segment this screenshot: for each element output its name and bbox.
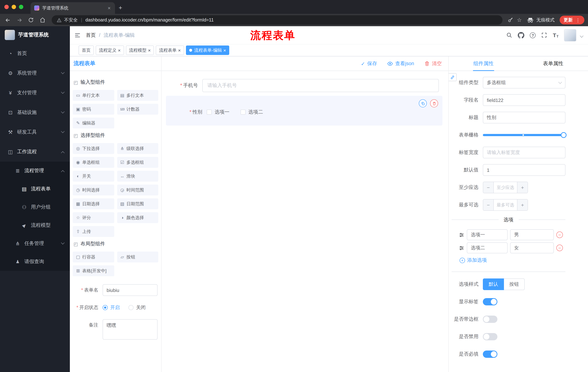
decrement-icon[interactable]: − bbox=[483, 200, 494, 210]
sidebar-logo[interactable]: 芋道管理系统 bbox=[0, 26, 70, 44]
security-label[interactable]: 不安全 bbox=[64, 17, 78, 23]
sidebar-item[interactable]: ¥ 支付管理 bbox=[0, 83, 70, 103]
save-button[interactable]: ✓ 保存 bbox=[361, 60, 377, 67]
form-remark-textarea[interactable]: 嘿嘿 bbox=[103, 319, 158, 340]
palette-component[interactable]: 123 计数器 bbox=[117, 104, 158, 115]
slider-track[interactable] bbox=[483, 134, 566, 136]
close-window-button[interactable] bbox=[4, 5, 9, 9]
sidebar-item[interactable]: ▤ 流程表单 bbox=[0, 180, 70, 198]
minimize-window-button[interactable] bbox=[12, 5, 16, 9]
label-width-input[interactable]: 请输入标签宽度 bbox=[483, 147, 566, 158]
sidebar-fold-icon[interactable] bbox=[74, 32, 81, 38]
tab-form-props[interactable]: 表单属性 bbox=[518, 56, 588, 71]
palette-component[interactable]: ⇧ 上传 bbox=[73, 226, 114, 237]
tag[interactable]: 首页 × bbox=[79, 45, 94, 55]
field-name-input[interactable]: field122 bbox=[483, 94, 566, 106]
add-option-button[interactable]: + 添加选项 bbox=[460, 257, 566, 264]
toggle-switch[interactable] bbox=[483, 298, 497, 305]
url-text[interactable]: dashboard.yudao.iocoder.cn/bpm/manager/f… bbox=[85, 18, 214, 22]
sidebar-item[interactable]: ⚇ 用户分组 bbox=[0, 198, 70, 216]
link-icon[interactable] bbox=[449, 73, 457, 81]
checkbox[interactable] bbox=[240, 110, 245, 115]
slider-handle[interactable] bbox=[561, 132, 567, 138]
title-input[interactable]: 性别 bbox=[483, 112, 566, 123]
form-name-input[interactable]: biubiu bbox=[103, 284, 158, 296]
toggle-switch[interactable] bbox=[483, 316, 497, 323]
search-icon[interactable] bbox=[506, 32, 513, 38]
checkbox[interactable] bbox=[207, 110, 212, 115]
palette-component[interactable]: ◉ 单选框组 bbox=[73, 157, 114, 168]
increment-icon[interactable]: + bbox=[517, 182, 528, 193]
gender-option[interactable]: 选项二 bbox=[240, 109, 263, 115]
palette-component[interactable]: ⊞ 表格[开发中] bbox=[73, 265, 114, 276]
browser-tab[interactable]: 芋道管理系统 × bbox=[31, 2, 115, 14]
min-select-input[interactable]: 至少应选 bbox=[494, 182, 517, 193]
palette-component[interactable]: ▱ 按钮 bbox=[117, 252, 158, 262]
sidebar-item[interactable]: ⋔ 任务管理 bbox=[0, 234, 70, 253]
breadcrumb-home[interactable]: 首页 bbox=[86, 32, 96, 38]
bookmark-star-icon[interactable]: ☆ bbox=[517, 17, 522, 23]
palette-component[interactable]: ▭ 单行文本 bbox=[73, 90, 114, 101]
github-icon[interactable] bbox=[518, 32, 525, 38]
home-icon[interactable] bbox=[39, 16, 47, 24]
user-avatar[interactable] bbox=[564, 29, 576, 41]
remove-option-icon[interactable]: − bbox=[556, 244, 563, 251]
palette-component[interactable]: ▣ 密码 bbox=[73, 104, 114, 115]
palette-component[interactable]: ◐ 开关 bbox=[73, 171, 114, 182]
status-on-radio[interactable]: 开启 bbox=[103, 304, 120, 311]
drag-handle-icon[interactable] bbox=[459, 245, 464, 251]
sidebar-item[interactable]: ▶ 流程模型 bbox=[0, 216, 70, 234]
drag-handle-icon[interactable] bbox=[459, 232, 464, 237]
copy-widget-button[interactable] bbox=[419, 99, 427, 107]
sidebar-item[interactable]: ⚒ 研发工具 bbox=[0, 122, 70, 142]
clear-button[interactable]: 清空 bbox=[424, 60, 442, 67]
max-select-input[interactable]: 最多可选 bbox=[494, 200, 517, 210]
phone-input[interactable]: 请输入手机号 bbox=[202, 79, 439, 92]
option-value-input[interactable]: 男 bbox=[510, 229, 554, 240]
tag[interactable]: 流程定义 × bbox=[96, 45, 124, 55]
address-bar[interactable]: 不安全 | dashboard.yudao.iocoder.cn/bpm/man… bbox=[52, 15, 502, 25]
palette-component[interactable]: ◑ 颜色选择 bbox=[117, 212, 158, 223]
fullscreen-icon[interactable] bbox=[541, 32, 547, 38]
view-json-button[interactable]: 查看json bbox=[387, 60, 414, 67]
sidebar-item[interactable]: ≣ 流程管理 bbox=[0, 162, 70, 180]
component-type-select[interactable]: 多选框组 bbox=[483, 77, 566, 88]
default-value-input[interactable]: 1 bbox=[483, 164, 566, 176]
toggle-switch[interactable] bbox=[483, 333, 497, 340]
close-tab-icon[interactable]: × bbox=[107, 5, 111, 11]
tag[interactable]: 流程表单 × bbox=[156, 45, 184, 55]
style-default-button[interactable]: 默认 bbox=[483, 278, 504, 290]
forward-icon[interactable] bbox=[15, 16, 23, 24]
palette-component[interactable]: ↔ 滑块 bbox=[117, 171, 158, 182]
increment-icon[interactable]: + bbox=[517, 200, 528, 210]
palette-component[interactable]: ▦ 日期选择 bbox=[73, 198, 114, 209]
remove-option-icon[interactable]: − bbox=[556, 232, 563, 238]
close-tag-icon[interactable]: × bbox=[178, 48, 181, 53]
sidebar-item[interactable]: ◫ 工作流程 bbox=[0, 142, 70, 162]
option-name-input[interactable]: 选项二 bbox=[467, 242, 508, 253]
palette-component[interactable]: ▧ 日期范围 bbox=[117, 198, 158, 209]
status-off-radio[interactable]: 关闭 bbox=[128, 304, 146, 311]
style-button-button[interactable]: 按钮 bbox=[504, 278, 525, 290]
form-grid-slider[interactable] bbox=[483, 129, 566, 141]
reload-icon[interactable] bbox=[27, 16, 35, 24]
palette-component[interactable]: ◶ 时间范围 bbox=[117, 185, 158, 195]
palette-component[interactable]: ▤ 多行文本 bbox=[117, 90, 158, 101]
back-icon[interactable] bbox=[4, 16, 12, 24]
sidebar-item[interactable]: ♟ 请假查询 bbox=[0, 253, 70, 271]
palette-component[interactable]: ☆ 评分 bbox=[73, 212, 114, 223]
palette-component[interactable]: ◷ 时间选择 bbox=[73, 185, 114, 195]
option-name-input[interactable]: 选项一 bbox=[467, 229, 508, 240]
gender-option[interactable]: 选项一 bbox=[207, 109, 230, 115]
sidebar-item[interactable]: ⊡ 基础设施 bbox=[0, 103, 70, 122]
new-tab-button[interactable]: + bbox=[119, 4, 122, 12]
palette-component[interactable]: ☑ 多选框组 bbox=[117, 157, 158, 168]
key-icon[interactable] bbox=[507, 17, 513, 23]
palette-component[interactable]: ◎ 下拉选择 bbox=[73, 143, 114, 154]
option-value-input[interactable]: 女 bbox=[510, 242, 554, 253]
tag[interactable]: 流程表单-编辑 × bbox=[186, 45, 230, 55]
close-tag-icon[interactable]: × bbox=[223, 48, 226, 53]
update-button[interactable]: 更新 ⋮ bbox=[560, 16, 584, 24]
browser-menu-icon[interactable]: ⋮ bbox=[576, 17, 580, 23]
palette-component[interactable]: ✎ 编辑器 bbox=[73, 117, 114, 128]
